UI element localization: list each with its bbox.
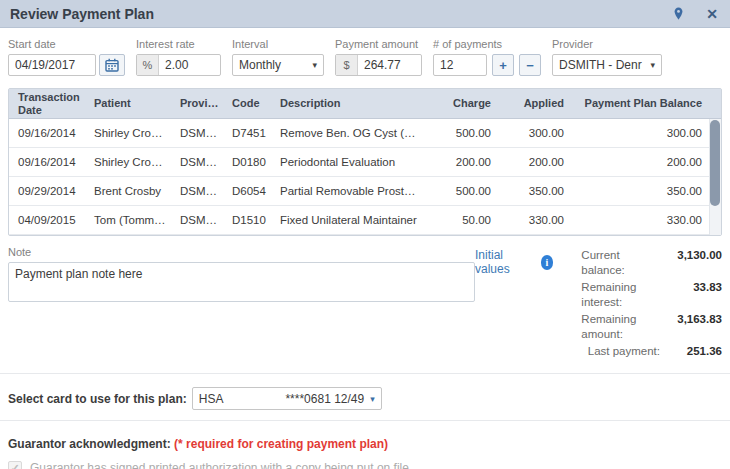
remaining-amount-label: Remaining amount: (581, 312, 668, 342)
cell-charge: 500.00 (425, 185, 497, 197)
interest-rate-field: Interest rate % (136, 38, 221, 76)
provider-label: Provider (552, 38, 662, 50)
transactions-table: Transaction Date Patient Provider Code D… (8, 88, 722, 236)
cell-code: D6054 (226, 185, 274, 197)
payment-amount-input[interactable] (358, 55, 421, 75)
note-block: Note Payment plan note here (8, 246, 475, 359)
cell-patient: Shirley Crosby (88, 127, 174, 139)
header-provider: Provider (174, 97, 226, 110)
total-row: Remaining amount: 3,163.83 (581, 312, 722, 342)
chevron-down-icon: ▾ (312, 60, 317, 70)
cell-transaction-date: 04/09/2015 (9, 214, 88, 226)
card-name: HSA (199, 392, 286, 406)
close-icon[interactable]: ✕ (704, 6, 720, 22)
cell-applied: 330.00 (497, 214, 570, 226)
cell-balance: 300.00 (570, 127, 708, 139)
payment-amount-field: Payment amount $ (335, 38, 422, 76)
cell-transaction-date: 09/29/2014 (9, 185, 88, 197)
cell-patient: Tom (Tommy) C... (88, 214, 174, 226)
num-payments-input[interactable] (433, 54, 487, 76)
table-scrollbar[interactable] (709, 119, 721, 235)
remaining-interest-value: 33.83 (668, 280, 722, 310)
total-row: Remaining interest: 33.83 (581, 280, 722, 310)
cell-provider: DSMITH (174, 156, 226, 168)
percent-prefix: % (137, 55, 159, 75)
summary-block: Initial values i Current balance: 3,130.… (475, 246, 722, 359)
cell-transaction-date: 09/16/2014 (9, 156, 88, 168)
guarantor-checkbox-label: Guarantor has signed printed authorizati… (30, 461, 412, 469)
cell-applied: 350.00 (497, 185, 570, 197)
initial-values-link[interactable]: Initial values (475, 248, 532, 276)
interval-field: Interval Monthly ▾ (232, 38, 324, 76)
provider-select[interactable]: DSMITH - Denr ▾ (552, 54, 662, 76)
header-description: Description (274, 97, 425, 110)
interval-label: Interval (232, 38, 324, 50)
table-row[interactable]: 09/29/2014 Brent Crosby DSMITH D6054 Par… (9, 177, 721, 206)
num-payments-label: # of payments (433, 38, 541, 50)
num-payments-field: # of payments + − (433, 38, 541, 76)
current-balance-label: Current balance: (581, 248, 662, 278)
card-number: ****0681 12/49 (285, 392, 364, 406)
header-charge: Charge (425, 97, 497, 110)
cell-applied: 300.00 (497, 127, 570, 139)
payment-amount-label: Payment amount (335, 38, 422, 50)
cell-description: Remove Ben. OG Cyst (>1.25cm) (274, 127, 425, 139)
table-row[interactable]: 09/16/2014 Shirley Crosby DSMITH D0180 P… (9, 148, 721, 177)
dialog-title: Review Payment Plan (10, 6, 154, 22)
decrement-button[interactable]: − (519, 54, 541, 76)
map-pin-glyph (672, 6, 685, 22)
last-payment-value: 251.36 (660, 344, 722, 359)
table-header-row: Transaction Date Patient Provider Code D… (9, 89, 721, 119)
cell-patient: Shirley Crosby (88, 156, 174, 168)
interval-select[interactable]: Monthly ▾ (232, 54, 324, 76)
cell-description: Periodontal Evaluation (274, 156, 425, 168)
chevron-down-icon: ▾ (650, 60, 655, 70)
interval-value: Monthly (239, 58, 281, 72)
cell-provider: DSMITH (174, 214, 226, 226)
cell-patient: Brent Crosby (88, 185, 174, 197)
provider-value: DSMITH - Denr (559, 58, 642, 72)
cell-transaction-date: 09/16/2014 (9, 127, 88, 139)
note-textarea[interactable]: Payment plan note here (8, 262, 475, 302)
card-select-label: Select card to use for this plan: (8, 392, 187, 406)
dollar-prefix: $ (336, 55, 358, 75)
interest-rate-input[interactable] (159, 55, 220, 75)
chevron-down-icon: ▾ (370, 394, 375, 404)
interest-rate-label: Interest rate (136, 38, 221, 50)
pin-icon[interactable] (670, 6, 686, 22)
calendar-icon (105, 58, 119, 72)
cell-charge: 500.00 (425, 127, 497, 139)
scrollbar-thumb[interactable] (710, 120, 720, 206)
calendar-button[interactable] (99, 54, 125, 76)
cell-description: Partial Removable Prosthesis (274, 185, 425, 197)
cell-description: Fixed Unilateral Maintainer (274, 214, 425, 226)
header-transaction-date: Transaction Date (9, 91, 88, 116)
cell-provider: DSMITH (174, 185, 226, 197)
header-patient: Patient (88, 97, 174, 110)
note-summary-section: Note Payment plan note here Initial valu… (0, 236, 730, 359)
cell-charge: 50.00 (425, 214, 497, 226)
guarantor-checkbox[interactable]: ✓ (8, 461, 22, 469)
card-section: Select card to use for this plan: HSA **… (0, 374, 730, 410)
review-payment-plan-dialog: Review Payment Plan ✕ Start date (0, 0, 730, 469)
guarantor-label: Guarantor acknowledgment: (8, 437, 171, 451)
cell-provider: DSMITH (174, 127, 226, 139)
start-date-label: Start date (8, 38, 125, 50)
cell-code: D1510 (226, 214, 274, 226)
card-select[interactable]: HSA ****0681 12/49 ▾ (192, 387, 382, 410)
payment-plan-form: Start date (0, 28, 730, 84)
note-label: Note (8, 246, 475, 258)
table-row[interactable]: 04/09/2015 Tom (Tommy) C... DSMITH D1510… (9, 206, 721, 235)
increment-button[interactable]: + (492, 54, 514, 76)
table-body: 09/16/2014 Shirley Crosby DSMITH D7451 R… (9, 119, 721, 235)
totals: Current balance: 3,130.00 Remaining inte… (581, 248, 722, 359)
header-applied: Applied (497, 97, 570, 110)
cell-balance: 330.00 (570, 214, 708, 226)
cell-balance: 350.00 (570, 185, 708, 197)
info-icon[interactable]: i (541, 255, 554, 270)
current-balance-value: 3,130.00 (663, 248, 722, 278)
guarantor-required-note: (* required for creating payment plan) (174, 437, 388, 451)
start-date-input[interactable] (8, 54, 96, 76)
cell-charge: 200.00 (425, 156, 497, 168)
table-row[interactable]: 09/16/2014 Shirley Crosby DSMITH D7451 R… (9, 119, 721, 148)
